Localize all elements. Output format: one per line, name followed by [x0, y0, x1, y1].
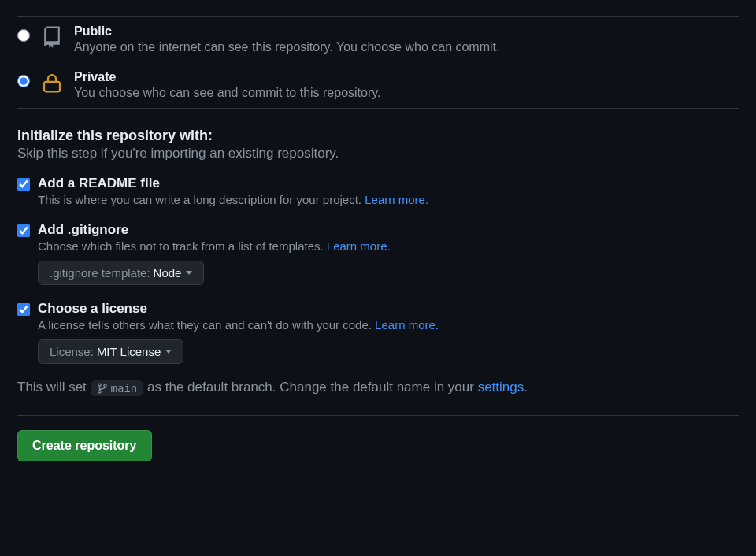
license-learn-more-link[interactable]: Learn more. [375, 318, 439, 332]
visibility-private-radio[interactable] [17, 75, 30, 87]
init-subheading: Skip this step if you're importing an ex… [17, 146, 739, 161]
readme-checkbox[interactable] [17, 178, 30, 191]
gitignore-learn-more-link[interactable]: Learn more. [327, 239, 391, 253]
svg-point-2 [98, 390, 101, 392]
visibility-public-desc: Anyone on the internet can see this repo… [74, 40, 739, 54]
visibility-private-title: Private [74, 70, 739, 84]
svg-point-3 [104, 384, 106, 386]
gitignore-checkbox[interactable] [17, 224, 30, 237]
visibility-public-radio[interactable] [17, 29, 30, 42]
visibility-public-title: Public [74, 24, 739, 39]
divider-bottom [17, 415, 739, 416]
lock-icon [39, 70, 65, 95]
license-checkbox[interactable] [17, 303, 30, 316]
gitignore-row: Add .gitignore Choose which files not to… [17, 222, 739, 285]
git-branch-icon [97, 383, 108, 394]
readme-learn-more-link[interactable]: Learn more. [365, 193, 428, 206]
create-repository-button[interactable]: Create repository [17, 430, 152, 461]
visibility-private-row[interactable]: Private You choose who can see and commi… [17, 62, 739, 108]
svg-point-1 [98, 384, 101, 386]
license-select[interactable]: License: MIT License [38, 339, 183, 364]
license-title: Choose a license [38, 301, 739, 317]
readme-title: Add a README file [38, 176, 739, 191]
caret-down-icon [186, 271, 192, 275]
init-heading: Initialize this repository with: [17, 128, 739, 144]
default-branch-note: This will set main as the default branch… [17, 380, 739, 396]
gitignore-template-select[interactable]: .gitignore template: Node [38, 261, 204, 285]
license-row: Choose a license A license tells others … [17, 301, 739, 364]
gitignore-title: Add .gitignore [38, 222, 739, 238]
repo-icon [39, 24, 65, 50]
caret-down-icon [165, 350, 172, 354]
svg-rect-0 [44, 82, 60, 92]
gitignore-desc: Choose which files not to track from a l… [38, 239, 739, 253]
visibility-private-desc: You choose who can see and commit to thi… [74, 86, 739, 100]
divider-visibility [17, 108, 739, 109]
readme-desc: This is where you can write a long descr… [38, 193, 739, 206]
readme-row: Add a README file This is where you can … [17, 176, 739, 206]
settings-link[interactable]: settings [478, 380, 524, 395]
visibility-public-row[interactable]: Public Anyone on the internet can see th… [17, 17, 739, 62]
branch-pill: main [91, 380, 144, 396]
license-desc: A license tells others what they can and… [38, 318, 739, 332]
